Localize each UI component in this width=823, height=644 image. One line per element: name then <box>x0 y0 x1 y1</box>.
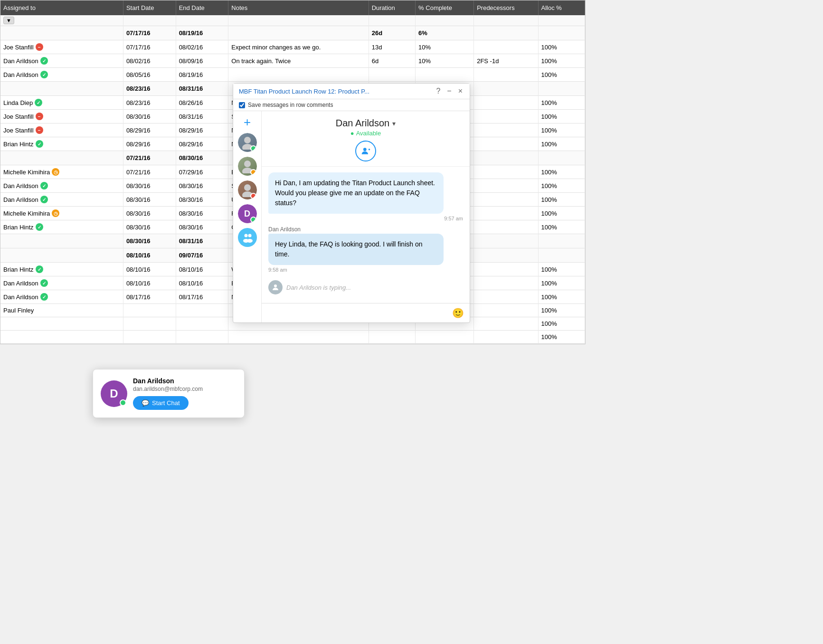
add-person-button[interactable] <box>355 141 376 161</box>
svg-point-7 <box>248 234 251 237</box>
message-bubble-received: Hey Linda, the FAQ is looking good. I wi… <box>268 234 444 265</box>
svg-point-0 <box>244 137 251 143</box>
gh1-end: 08/19/16 <box>176 26 228 40</box>
chat-user-name: Dan Arildson ▾ <box>336 118 396 129</box>
chat-input[interactable] <box>267 308 452 319</box>
typing-text: Dan Arildson is typing... <box>286 284 351 291</box>
col-notes: Notes <box>228 0 369 15</box>
avatar-3-status <box>250 193 256 199</box>
status-icon-green: ✓ <box>40 71 48 78</box>
filter-button[interactable]: ▼ <box>3 17 14 24</box>
save-checkbox[interactable] <box>239 102 245 108</box>
col-duration: Duration <box>369 0 415 15</box>
status-icon-green: ✓ <box>40 57 48 65</box>
svg-point-6 <box>244 234 247 237</box>
status-icon-green: ✓ <box>40 293 48 301</box>
gh2-end: 08/31/16 <box>176 82 228 96</box>
status-icon-green: ✓ <box>35 99 42 106</box>
gh5-start: 08/10/16 <box>123 248 176 263</box>
group-chat-icon[interactable] <box>238 228 257 247</box>
message-sent: Hi Dan, I am updating the Titan Product … <box>268 172 463 221</box>
typing-avatar <box>268 280 283 294</box>
sidebar-avatar-d[interactable]: D <box>238 204 257 223</box>
chat-main: Dan Arildson ▾ ● Available <box>262 111 470 322</box>
status-icon-yellow: ◷ <box>52 168 59 176</box>
user-email: dan.arildson@mbfcorp.com <box>133 386 236 392</box>
chat-user-header: Dan Arildson ▾ ● Available <box>262 111 470 167</box>
user-popup: D Dan Arildson dan.arildson@mbfcorp.com … <box>93 369 245 418</box>
message-sender: Dan Arildson <box>268 226 463 233</box>
chat-icon: 💬 <box>142 399 149 407</box>
table-row: Dan Arildson✓ 08/02/1608/09/16 On track … <box>0 54 585 68</box>
col-end-date: End Date <box>176 0 228 15</box>
save-label: Save messages in row comments <box>248 102 333 108</box>
save-row: Save messages in row comments <box>233 99 470 111</box>
chat-user-status: ● Available <box>350 130 381 137</box>
svg-point-9 <box>247 239 253 243</box>
status-icon-green: ✓ <box>40 182 48 189</box>
col-pct-complete: % Complete <box>416 0 474 15</box>
svg-point-2 <box>244 161 251 167</box>
svg-point-10 <box>363 148 367 151</box>
user-info: Dan Arildson dan.arildson@mbfcorp.com 💬 … <box>133 377 236 410</box>
chevron-down-icon[interactable]: ▾ <box>392 120 396 127</box>
avatar-1-status <box>250 145 256 152</box>
start-chat-button[interactable]: 💬 Start Chat <box>133 396 189 410</box>
message-time-sent: 9:57 am <box>268 216 463 221</box>
col-start-date: Start Date <box>123 0 176 15</box>
help-button[interactable]: ? <box>435 87 442 95</box>
status-icon-green: ✓ <box>36 140 43 148</box>
table-row: 100% <box>0 331 585 344</box>
gh1-start: 07/17/16 <box>123 26 176 40</box>
message-received: Dan Arildson Hey Linda, the FAQ is looki… <box>268 226 463 273</box>
chat-header-actions: ? − × <box>435 87 464 95</box>
sidebar-avatar-1[interactable] <box>238 133 257 152</box>
user-avatar: D <box>101 380 127 407</box>
gh4-start: 08/30/16 <box>123 234 176 248</box>
message-bubble-sent: Hi Dan, I am updating the Titan Product … <box>268 172 444 214</box>
col-predecessors: Predecessors <box>474 0 538 15</box>
group-header-1: 07/17/16 08/19/16 26d 6% <box>0 26 585 40</box>
sidebar-avatar-3[interactable] <box>238 180 257 199</box>
gh1-duration: 26d <box>369 26 415 40</box>
gh5-end: 09/07/16 <box>176 248 228 263</box>
status-icon-green: ✓ <box>36 265 43 273</box>
status-icon-red: − <box>36 126 43 134</box>
status-icon-green: ✓ <box>40 196 48 203</box>
status-icon-green: ✓ <box>40 279 48 287</box>
chat-input-row: 🙂 <box>262 303 470 322</box>
minimize-button[interactable]: − <box>445 87 453 95</box>
add-contact-button[interactable]: + <box>244 116 251 128</box>
add-person-icon <box>361 146 370 156</box>
chat-title[interactable]: MBF Titan Product Launch Row 12: Product… <box>239 88 432 95</box>
message-time-received: 9:58 am <box>268 267 463 273</box>
avatar-status-dot <box>120 399 126 406</box>
avatar-2-status <box>250 169 256 175</box>
close-button[interactable]: × <box>457 87 464 95</box>
page-wrapper: Assigned to Start Date End Date Notes Du… <box>0 0 586 427</box>
chat-layout: + <box>233 111 470 322</box>
status-green-icon: ● <box>350 130 354 137</box>
col-alloc: Alloc % <box>538 0 585 15</box>
chat-messages: Hi Dan, I am updating the Titan Product … <box>262 167 470 303</box>
chat-header: MBF Titan Product Launch Row 12: Product… <box>233 84 470 99</box>
status-icon-red: − <box>36 113 43 120</box>
status-icon-green: ✓ <box>36 223 43 231</box>
avatar-panel: + <box>233 111 262 322</box>
col-assigned-to: Assigned to <box>0 0 123 15</box>
gh2-start: 08/23/16 <box>123 82 176 96</box>
status-icon-yellow: ◷ <box>52 209 59 217</box>
typing-indicator: Dan Arildson is typing... <box>268 277 463 297</box>
filter-row: ▼ <box>0 15 585 26</box>
user-name: Dan Arildson <box>133 377 236 385</box>
chat-window: MBF Titan Product Launch Row 12: Product… <box>233 83 470 323</box>
emoji-button[interactable]: 🙂 <box>452 307 464 319</box>
gh1-pct: 6% <box>416 26 474 40</box>
table-row: Joe Stanfill− 07/17/1608/02/16 Expect mi… <box>0 40 585 54</box>
table-row: Dan Arildson✓ 08/05/1608/19/16 100% <box>0 68 585 82</box>
svg-point-4 <box>244 184 251 191</box>
gh3-end: 08/30/16 <box>176 151 228 165</box>
sidebar-avatar-2[interactable] <box>238 157 257 176</box>
gh4-end: 08/31/16 <box>176 234 228 248</box>
svg-point-13 <box>274 284 277 287</box>
